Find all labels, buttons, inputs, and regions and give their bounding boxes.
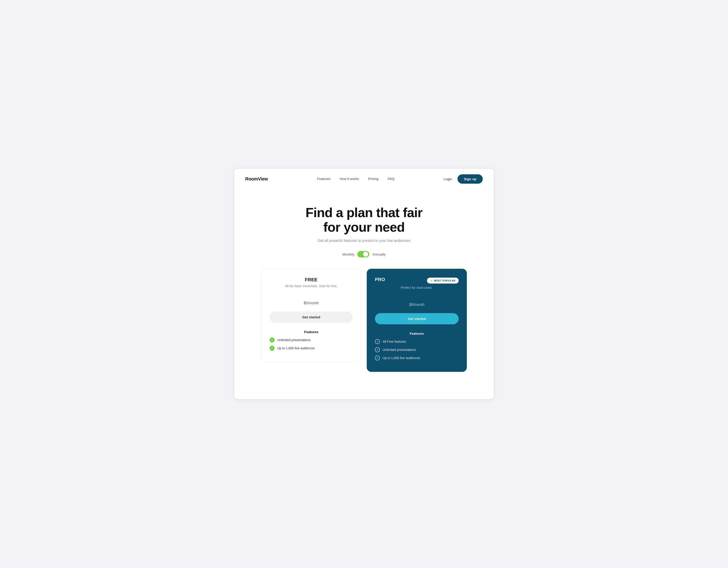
navbar: RoomView Features How it works Pricing F… bbox=[234, 169, 494, 189]
hero-section: Find a plan that fair for your need Get … bbox=[234, 189, 494, 399]
free-feature-1: Unlimited presentations bbox=[270, 337, 353, 342]
nav-item-features[interactable]: Features bbox=[317, 177, 331, 181]
pro-feature-2: Unlimited presentations bbox=[375, 347, 459, 352]
free-feature-2: Up to 1,000 live audiences bbox=[270, 346, 353, 351]
pro-plan-name: PRO bbox=[375, 277, 385, 282]
billing-toggle: Monthly Annually bbox=[245, 251, 483, 257]
billing-toggle-switch[interactable] bbox=[357, 251, 369, 257]
pro-plan-cta-button[interactable]: Get started bbox=[375, 313, 459, 324]
monthly-label: Monthly bbox=[342, 252, 354, 256]
nav-actions: Login Sign up bbox=[444, 174, 483, 184]
free-plan-name: FREE bbox=[270, 277, 353, 282]
check-icon bbox=[270, 337, 275, 342]
pricing-grid: FREE All the basic essentials. Start for… bbox=[245, 269, 483, 388]
nav-item-pricing[interactable]: Pricing bbox=[368, 177, 379, 181]
free-plan-price: $0/month bbox=[270, 294, 353, 306]
nav-link-features[interactable]: Features bbox=[317, 177, 331, 181]
hero-title: Find a plan that fair for your need bbox=[245, 205, 483, 234]
check-icon bbox=[375, 355, 380, 360]
nav-link-faq[interactable]: FAQ bbox=[388, 177, 394, 181]
signup-button[interactable]: Sign up bbox=[458, 174, 483, 184]
nav-link-pricing[interactable]: Pricing bbox=[368, 177, 379, 181]
most-popular-badge: ★ MOST POPULAR bbox=[427, 278, 459, 284]
check-icon bbox=[375, 347, 380, 352]
free-plan-card: FREE All the basic essentials. Start for… bbox=[261, 269, 361, 362]
annually-label: Annually bbox=[372, 252, 386, 256]
star-icon: ★ bbox=[430, 279, 433, 282]
login-button[interactable]: Login bbox=[444, 177, 452, 181]
pro-card-header: PRO ★ MOST POPULAR bbox=[375, 277, 459, 284]
logo: RoomView bbox=[245, 176, 268, 182]
free-plan-description: All the basic essentials. Start for free… bbox=[270, 284, 353, 288]
pro-feature-1: All Free features bbox=[375, 339, 459, 344]
pro-feature-3: Up to 1,000 live audiences bbox=[375, 355, 459, 360]
free-features-title: Features bbox=[270, 330, 353, 334]
pro-plan-price: $8/month bbox=[375, 296, 459, 308]
nav-item-faq[interactable]: FAQ bbox=[388, 177, 394, 181]
nav-links: Features How it works Pricing FAQ bbox=[317, 177, 394, 181]
page-container: RoomView Features How it works Pricing F… bbox=[234, 169, 494, 399]
hero-subtitle: Get all powerful features to present to … bbox=[245, 239, 483, 243]
free-plan-cta-button[interactable]: Get started bbox=[270, 312, 353, 323]
toggle-slider bbox=[357, 251, 369, 257]
nav-link-how-it-works[interactable]: How it works bbox=[340, 177, 359, 181]
check-icon bbox=[270, 346, 275, 351]
pro-plan-description: Perfect for most users. bbox=[375, 286, 459, 289]
pro-plan-card: PRO ★ MOST POPULAR Perfect for most user… bbox=[367, 269, 467, 372]
pro-features-title: Features bbox=[375, 332, 459, 335]
check-icon bbox=[375, 339, 380, 344]
nav-item-how-it-works[interactable]: How it works bbox=[340, 177, 359, 181]
